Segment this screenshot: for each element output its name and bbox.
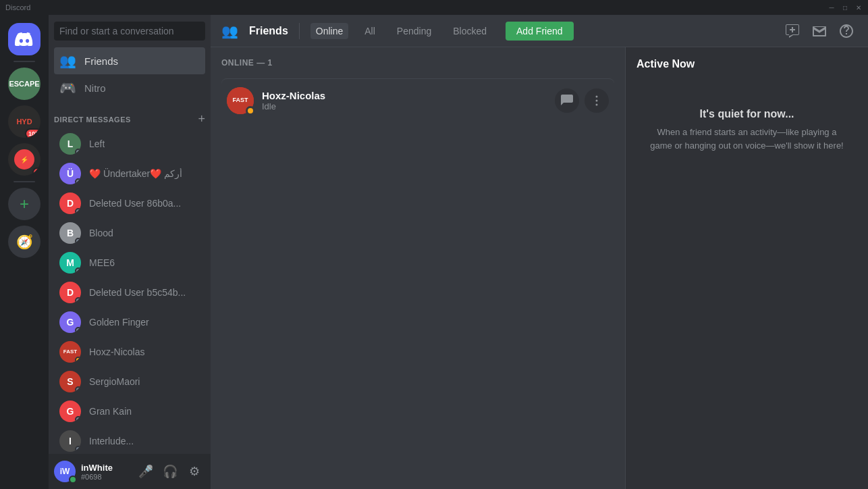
active-now-panel: Active Now It's quiet for now... When a … bbox=[625, 47, 868, 489]
inbox-button[interactable] bbox=[809, 20, 830, 42]
more-options-button[interactable] bbox=[585, 88, 609, 113]
server-icon-s3[interactable]: ⚡ bbox=[8, 143, 40, 176]
active-now-empty-desc: When a friend starts an activity—like pl… bbox=[650, 126, 844, 152]
help-button[interactable] bbox=[836, 20, 857, 42]
avatar: iW bbox=[54, 461, 76, 482]
sidebar-item-friends-label: Friends bbox=[84, 55, 118, 67]
list-item[interactable]: B Blood bbox=[54, 218, 205, 248]
friend-name: Hoxz-Nicolas bbox=[262, 90, 555, 101]
add-dm-button[interactable]: + bbox=[198, 112, 205, 126]
list-item[interactable]: I Interlude... bbox=[54, 426, 205, 454]
friend-item[interactable]: FAST Hoxz-Nicolas Idle bbox=[221, 78, 614, 122]
avatar: M bbox=[59, 252, 81, 274]
dm-username: ❤️ Ündertaker❤️ أركم bbox=[89, 168, 182, 179]
sidebar-item-nitro-label: Nitro bbox=[84, 82, 106, 94]
dm-username: Interlude... bbox=[89, 436, 134, 446]
header-actions bbox=[782, 20, 857, 42]
list-item[interactable]: D Deleted User b5c54b... bbox=[54, 278, 205, 307]
status-badge bbox=[75, 149, 81, 155]
titlebar-title: Discord bbox=[5, 3, 30, 11]
status-badge bbox=[69, 475, 77, 484]
dm-section-label: DIRECT MESSAGES bbox=[54, 115, 131, 124]
status-badge bbox=[75, 357, 81, 363]
avatar: B bbox=[59, 222, 81, 244]
friends-icon: 👥 bbox=[59, 53, 76, 69]
tab-all[interactable]: All bbox=[359, 23, 381, 39]
close-button[interactable]: ✕ bbox=[855, 3, 863, 11]
friends-header: 👥 Friends Online All Pending Blocked Add… bbox=[211, 15, 868, 47]
new-group-dm-button[interactable] bbox=[782, 20, 803, 42]
dm-username: Deleted User b5c54b... bbox=[89, 287, 186, 298]
tab-pending[interactable]: Pending bbox=[391, 23, 437, 39]
user-panel: iW inWhite #0698 🎤 🎧 ⚙ bbox=[49, 454, 211, 489]
friend-status: Idle bbox=[262, 101, 555, 111]
sidebar-item-friends[interactable]: 👥 Friends bbox=[54, 47, 205, 74]
minimize-button[interactable]: ─ bbox=[828, 3, 836, 11]
maximize-button[interactable]: □ bbox=[841, 3, 849, 11]
list-item[interactable]: G Golden Finger bbox=[54, 307, 205, 337]
app-body: ESCAPE HYD 107 ⚡ + 🧭 bbox=[0, 15, 868, 489]
user-tag: #0698 bbox=[81, 473, 130, 481]
titlebar: Discord ─ □ ✕ bbox=[0, 0, 868, 15]
avatar: G bbox=[59, 401, 81, 422]
add-friend-button[interactable]: Add Friend bbox=[506, 22, 573, 41]
status-badge bbox=[75, 297, 81, 303]
user-name: inWhite bbox=[81, 463, 130, 473]
server-badge-hyd: 107 bbox=[25, 128, 40, 138]
list-item[interactable]: L Left bbox=[54, 129, 205, 159]
svg-point-2 bbox=[596, 104, 598, 106]
avatar: D bbox=[59, 282, 81, 303]
server-divider bbox=[13, 61, 35, 62]
status-badge bbox=[75, 208, 81, 214]
main-content: 👥 Friends Online All Pending Blocked Add… bbox=[211, 15, 868, 489]
dm-panel: 👥 Friends 🎮 Nitro DIRECT MESSAGES + L Le… bbox=[49, 15, 211, 489]
dm-username: Gran Kain bbox=[89, 406, 132, 417]
server-sidebar: ESCAPE HYD 107 ⚡ + 🧭 bbox=[0, 15, 49, 489]
headset-button[interactable]: 🎧 bbox=[159, 461, 181, 482]
message-friend-button[interactable] bbox=[555, 88, 579, 113]
dm-username: Hoxz-Nicolas bbox=[89, 346, 144, 357]
search-input[interactable] bbox=[54, 22, 205, 41]
server-divider-2 bbox=[13, 181, 35, 182]
friend-info: Hoxz-Nicolas Idle bbox=[262, 90, 555, 111]
svg-point-0 bbox=[596, 96, 598, 98]
explore-servers-button[interactable]: 🧭 bbox=[8, 226, 40, 258]
list-item[interactable]: S SergioMaori bbox=[54, 367, 205, 396]
list-item[interactable]: D Deleted User 86b0a... bbox=[54, 188, 205, 218]
status-badge bbox=[75, 386, 81, 392]
server-icon-hyd[interactable]: HYD 107 bbox=[8, 105, 40, 138]
list-item[interactable]: M MEE6 bbox=[54, 248, 205, 278]
user-settings-button[interactable]: ⚙ bbox=[184, 461, 205, 482]
dm-list: L Left Ü ❤️ Ündertaker❤️ أركم D Deleted … bbox=[49, 129, 211, 454]
avatar: S bbox=[59, 371, 81, 392]
status-badge bbox=[75, 446, 81, 452]
online-count: ONLINE — 1 bbox=[221, 58, 614, 68]
nitro-icon: 🎮 bbox=[59, 80, 76, 96]
microphone-button[interactable]: 🎤 bbox=[135, 461, 157, 482]
active-now-title: Active Now bbox=[636, 58, 857, 70]
avatar: FAST bbox=[227, 87, 254, 114]
dm-username: MEE6 bbox=[89, 257, 115, 268]
avatar: Ü bbox=[59, 163, 81, 184]
avatar: FAST bbox=[59, 341, 81, 363]
tab-online[interactable]: Online bbox=[310, 23, 348, 39]
dm-username: Blood bbox=[89, 228, 113, 238]
tab-blocked[interactable]: Blocked bbox=[447, 23, 492, 39]
sidebar-item-nitro[interactable]: 🎮 Nitro bbox=[54, 74, 205, 101]
user-info: inWhite #0698 bbox=[81, 463, 130, 481]
list-item[interactable]: Ü ❤️ Ündertaker❤️ أركم bbox=[54, 159, 205, 188]
status-badge bbox=[75, 178, 81, 184]
avatar: G bbox=[59, 311, 81, 333]
friends-header-label: Friends bbox=[249, 25, 288, 37]
dm-section-header: DIRECT MESSAGES + bbox=[49, 101, 211, 129]
avatar: D bbox=[59, 192, 81, 214]
server-icon-home[interactable] bbox=[8, 23, 40, 55]
dm-username: Deleted User 86b0a... bbox=[89, 198, 181, 209]
add-server-button[interactable]: + bbox=[8, 188, 40, 220]
header-divider bbox=[299, 23, 300, 39]
avatar: L bbox=[59, 133, 81, 155]
active-now-empty-title: It's quiet for now... bbox=[650, 108, 844, 120]
list-item[interactable]: FAST Hoxz-Nicolas bbox=[54, 337, 205, 367]
list-item[interactable]: G Gran Kain bbox=[54, 396, 205, 426]
server-icon-escape[interactable]: ESCAPE bbox=[8, 68, 40, 100]
